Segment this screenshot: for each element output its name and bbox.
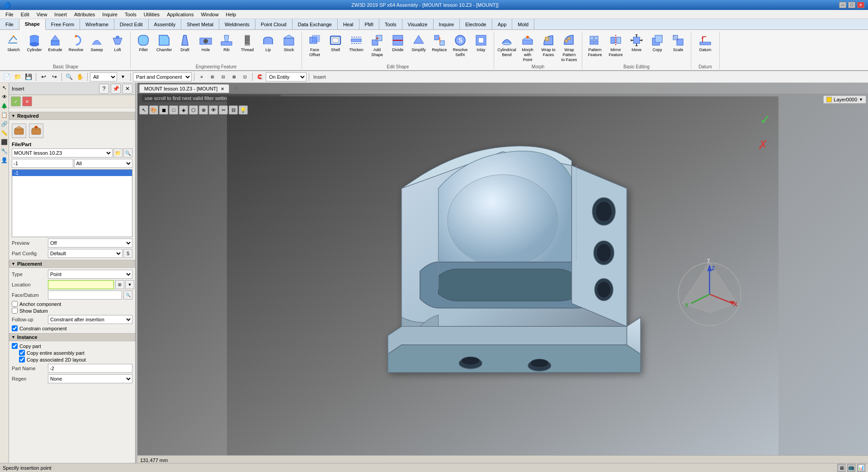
tb-open[interactable]: 📁 <box>13 72 23 82</box>
btn-morph-point[interactable]: Morph with Point <box>518 32 538 63</box>
sidebar-assembly[interactable]: 🔧 <box>0 147 9 155</box>
vp-light-btn[interactable]: 💡 <box>239 105 248 114</box>
tab-wireframe[interactable]: Wireframe <box>80 19 114 29</box>
menu-help[interactable]: Help <box>222 11 240 18</box>
menu-tools[interactable]: Tools <box>121 11 140 18</box>
list-item-selected[interactable]: -1 <box>12 170 132 176</box>
status-icon-1[interactable]: 🖥 <box>837 464 845 472</box>
regen-select[interactable]: None <box>48 374 132 383</box>
part-icon-1[interactable] <box>12 124 26 138</box>
btn-replace[interactable]: Replace <box>429 32 449 54</box>
btn-simplify[interactable]: Simplify <box>409 32 429 54</box>
btn-scale[interactable]: Scale <box>668 32 688 54</box>
menu-attributes[interactable]: Attributes <box>71 11 99 18</box>
viewport[interactable]: MOUNT lesson 10.Z3 - [MOUNT] ✕ + use scr… <box>137 83 868 464</box>
part-list-box[interactable]: -1 <box>12 169 132 237</box>
tb-save[interactable]: 💾 <box>24 72 33 82</box>
menu-utilities[interactable]: Utilities <box>140 11 163 18</box>
tab-weldments[interactable]: Weldments <box>219 19 255 29</box>
anchor-component-check[interactable] <box>12 301 18 307</box>
btn-thicken[interactable]: Thicken <box>346 32 366 54</box>
btn-revolve[interactable]: Revolve <box>66 32 86 54</box>
vp-clip-btn[interactable]: ✂ <box>219 105 228 114</box>
btn-datum[interactable]: Datum <box>694 32 717 54</box>
vp-select-btn[interactable]: ↖ <box>139 105 148 114</box>
btn-cylindrical-bend[interactable]: Cylindrical Bend <box>497 32 517 59</box>
vp-section-btn[interactable]: ⊟ <box>229 105 238 114</box>
btn-resolve-selfx[interactable]: S Resolve SelfX <box>450 32 470 59</box>
btn-fillet[interactable]: Fillet <box>133 32 153 54</box>
btn-add-shape[interactable]: + Add Shape <box>367 32 387 59</box>
tab-mold[interactable]: Mold <box>512 19 534 29</box>
tab-app[interactable]: App <box>492 19 513 29</box>
close-button[interactable]: ✕ <box>857 2 864 8</box>
menu-view[interactable]: View <box>33 11 51 18</box>
tb-misc1[interactable]: ≡ <box>197 72 207 82</box>
sidebar-component[interactable]: ⬛ <box>0 138 9 146</box>
menu-file[interactable]: File <box>2 11 17 18</box>
sidebar-user[interactable]: 👤 <box>0 156 9 164</box>
btn-stock[interactable]: Stock <box>279 32 299 54</box>
copy-entire-check[interactable] <box>19 350 25 356</box>
btn-wrap-pattern[interactable]: Wrap Pattern to Faces <box>559 32 579 63</box>
type-select[interactable]: Point <box>48 270 132 279</box>
status-icon-2[interactable]: 📺 <box>847 464 855 472</box>
btn-sweep[interactable]: Sweep <box>87 32 107 54</box>
viewport-tab-main[interactable]: MOUNT lesson 10.Z3 - [MOUNT] ✕ <box>139 84 229 93</box>
vp-wireframe-btn[interactable]: □ <box>169 105 178 114</box>
panel-help-btn[interactable]: ? <box>99 84 109 94</box>
location-options-btn[interactable]: ▼ <box>125 280 134 289</box>
tab-point-cloud[interactable]: Point Cloud <box>255 19 292 29</box>
follow-up-select[interactable]: Constraint after insertion <box>48 315 132 324</box>
panel-close-btn[interactable]: ✕ <box>123 84 132 94</box>
btn-copy[interactable]: Copy <box>647 32 667 54</box>
vp-persp-btn[interactable]: ⬡ <box>189 105 198 114</box>
file-part-select[interactable]: MOUNT lesson 10.Z3 <box>12 148 113 157</box>
vp-zoom-fit-btn[interactable]: ⊕ <box>199 105 208 114</box>
panel-pin-btn[interactable]: 📌 <box>111 84 121 94</box>
tb-redo[interactable]: ↪ <box>49 72 59 82</box>
menu-edit[interactable]: Edit <box>17 11 33 18</box>
btn-face-offset[interactable]: Face Offset <box>305 32 325 59</box>
location-input[interactable] <box>48 280 114 289</box>
btn-mirror-feature[interactable]: Mirror Feature <box>606 32 626 59</box>
btn-shell[interactable]: Shell <box>326 32 345 54</box>
btn-draft[interactable]: Draft <box>175 32 195 54</box>
section-required[interactable]: ▼ Required <box>9 112 135 120</box>
viewport-add-tab[interactable]: + <box>231 83 241 93</box>
location-pick-btn[interactable]: ⊞ <box>115 280 124 289</box>
tb-misc2[interactable]: ⊞ <box>208 72 217 82</box>
preview-select[interactable]: Off On <box>48 238 132 248</box>
btn-lip[interactable]: Lip <box>258 32 278 54</box>
part-icon-2[interactable] <box>29 124 43 138</box>
tab-sheet-metal[interactable]: Sheet Metal <box>181 19 219 29</box>
btn-wrap-to-faces[interactable]: Wrap to Faces <box>538 32 558 59</box>
sidebar-layer[interactable]: 📋 <box>0 111 9 119</box>
vp-hidden-btn[interactable]: ◈ <box>179 105 188 114</box>
show-datum-check[interactable] <box>12 308 18 314</box>
filter-select[interactable]: All <box>90 72 117 81</box>
sidebar-constraint[interactable]: 🔗 <box>0 120 9 128</box>
part-component-select[interactable]: Part and Component <box>133 72 192 81</box>
tab-assembly[interactable]: Assembly <box>149 19 182 29</box>
part-name-input[interactable] <box>48 364 132 373</box>
section-placement[interactable]: ▼ Placement <box>9 260 135 268</box>
face-datum-pick-btn[interactable]: 🔍 <box>123 291 132 300</box>
tab-visualize[interactable]: Visualize <box>402 19 434 29</box>
tb-zoom[interactable]: 🔍 <box>64 72 74 82</box>
tab-tools[interactable]: Tools <box>379 19 402 29</box>
sidebar-feature-tree[interactable]: 🌲 <box>0 102 9 110</box>
tb-undo[interactable]: ↩ <box>38 72 48 82</box>
vp-render-btn[interactable]: 🎨 <box>149 105 158 114</box>
status-icon-3[interactable]: 📊 <box>857 464 865 472</box>
vp-view-btn[interactable]: 👁 <box>209 105 218 114</box>
sidebar-view-tool[interactable]: 👁 <box>0 93 9 101</box>
copy-part-check[interactable] <box>12 343 18 349</box>
tb-misc4[interactable]: ⊠ <box>229 72 239 82</box>
btn-extrude[interactable]: Extrude <box>45 32 65 54</box>
minimize-button[interactable]: ─ <box>839 2 846 8</box>
menu-insert[interactable]: Insert <box>51 11 71 18</box>
tab-electrode[interactable]: Electrode <box>460 19 492 29</box>
part-config-select[interactable]: Default <box>48 249 123 258</box>
title-bar-controls[interactable]: ─ □ ✕ <box>839 2 864 8</box>
